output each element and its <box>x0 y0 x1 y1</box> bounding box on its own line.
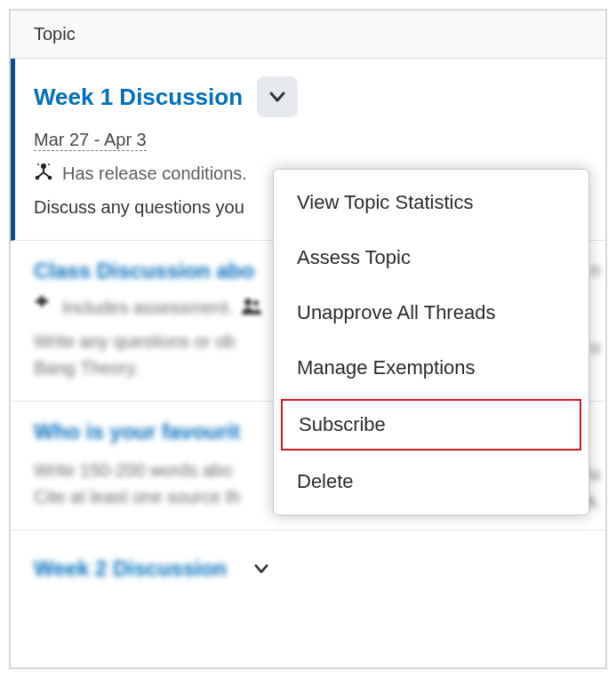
topic-title-link[interactable]: Week 1 Discussion <box>34 84 243 111</box>
assessment-icon <box>34 296 53 319</box>
topic-list-panel: Topic Week 1 Discussion Mar 27 - Apr 3 H… <box>9 9 607 669</box>
svg-point-5 <box>48 164 50 165</box>
release-conditions-icon <box>34 162 53 185</box>
topic-actions-menu: View Topic Statistics Assess Topic Unapp… <box>273 169 589 515</box>
release-conditions-text: Has release conditions. <box>62 164 247 184</box>
date-range: Mar 27 - Apr 3 <box>34 130 147 151</box>
obscured-text: u <box>590 337 600 357</box>
panel-header: Topic <box>11 11 605 59</box>
chevron-down-icon <box>253 561 269 577</box>
topic-title-link[interactable]: Class Discussion abo <box>34 259 254 283</box>
topic-item: Week 2 Discussion <box>11 530 605 621</box>
chevron-down-icon <box>268 88 286 106</box>
topic-title-link[interactable]: Who is your favourit <box>34 419 240 444</box>
menu-scroll[interactable]: View Topic Statistics Assess Topic Unapp… <box>274 170 588 514</box>
topic-actions-button[interactable] <box>241 548 282 589</box>
svg-point-7 <box>253 300 259 306</box>
group-icon <box>242 297 261 318</box>
menu-item-assess-topic[interactable]: Assess Topic <box>274 230 588 285</box>
menu-item-view-statistics[interactable]: View Topic Statistics <box>274 175 588 230</box>
menu-item-unapprove-threads[interactable]: Unapprove All Threads <box>274 285 588 340</box>
topic-title-link[interactable]: Week 2 Discussion <box>34 556 227 581</box>
menu-item-delete[interactable]: Delete <box>274 454 588 509</box>
header-label: Topic <box>34 24 76 44</box>
obscured-text: n <box>590 260 600 281</box>
menu-item-subscribe[interactable]: Subscribe <box>281 399 581 451</box>
svg-point-4 <box>37 164 39 165</box>
topic-actions-button[interactable] <box>257 76 298 117</box>
menu-item-manage-exemptions[interactable]: Manage Exemptions <box>274 340 588 395</box>
svg-point-6 <box>244 299 252 306</box>
assessment-text: Includes assessment. <box>62 298 233 318</box>
